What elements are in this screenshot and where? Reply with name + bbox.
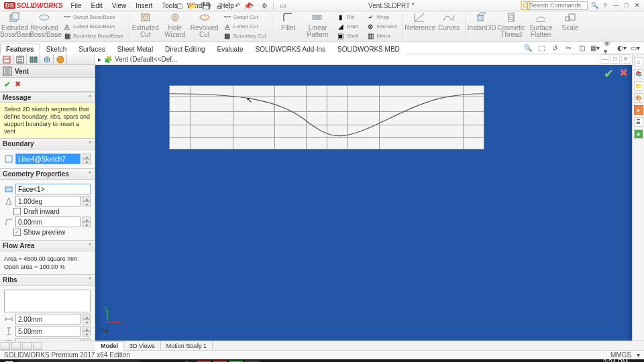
cmd-rib[interactable]: ▮Rib (335, 13, 360, 21)
zoom-fit-icon[interactable]: 🔍 (523, 43, 533, 52)
taskpane-custom-props-icon[interactable]: ≣ (634, 117, 643, 127)
ribs-selection-input[interactable] (4, 290, 91, 312)
confirm-corner-ok[interactable]: ✔ (604, 66, 614, 81)
task-view-icon[interactable]: ▭ (140, 359, 158, 362)
tab-sketch[interactable]: Sketch (40, 44, 73, 54)
tab-addins[interactable]: SOLIDWORKS Add-Ins (250, 44, 331, 54)
select-icon[interactable]: ▭ (278, 1, 287, 11)
help-icon[interactable]: ? (601, 1, 609, 9)
graphics-viewport[interactable]: ✔ ✖ ↖ x y *Top (95, 65, 632, 341)
radius-spinner[interactable]: ▴▾ (83, 217, 91, 227)
cmd-curves[interactable]: Curves (434, 11, 464, 32)
cmd-extruded-cut[interactable]: ExtrudedCut (131, 11, 160, 38)
pm-ok-button[interactable]: ✔ (4, 80, 11, 89)
flow-area-header[interactable]: Flow Area˄ (0, 240, 95, 251)
tab-features[interactable]: Features (0, 44, 40, 54)
ptab-feature-tree-icon[interactable] (0, 54, 13, 65)
cmd-surface-flatten[interactable]: SurfaceFlatten (526, 11, 555, 38)
ptab-display-mgr-icon[interactable] (54, 54, 67, 65)
cmd-hole-wizard[interactable]: HoleWizard (160, 11, 190, 38)
menu-insert[interactable]: Insert (131, 1, 156, 10)
boundary-spinner[interactable]: ▴▾ (83, 154, 91, 164)
tab-3d-views[interactable]: 3D Views (124, 341, 161, 351)
rib-width-spinner[interactable]: ▴▾ (83, 314, 91, 324)
face-selection-input[interactable]: Face<1> (15, 184, 91, 194)
taskpane-forum-icon[interactable]: ★ (634, 129, 643, 139)
pm-cancel-button[interactable]: ✖ (15, 80, 21, 89)
flyout-tree-bar[interactable]: ▸ 🧩 Vent (Default<<Def... (95, 54, 632, 65)
cmd-draft[interactable]: ◢Draft (335, 22, 360, 31)
cmd-scale[interactable]: Scale (555, 11, 585, 32)
cmd-swept-cut[interactable]: 〰Swept Cut (222, 13, 268, 21)
cmd-fillet[interactable]: Fillet (274, 11, 303, 32)
ptab-property-mgr-icon[interactable] (13, 54, 27, 65)
restore-icon[interactable]: □ (623, 1, 631, 9)
cmd-cosmetic-thread[interactable]: CosmeticThread (496, 11, 526, 38)
ptab-config-mgr-icon[interactable] (27, 54, 40, 65)
save-icon[interactable]: 💾 (201, 1, 211, 11)
draft-inward-checkbox[interactable] (13, 208, 21, 215)
cmd-extruded-boss[interactable]: ExtrudedBoss/Base (0, 11, 30, 38)
show-preview-checkbox[interactable]: ✓ (13, 229, 21, 236)
cmd-revolved-cut[interactable]: RevolvedCut (190, 11, 219, 38)
cmd-instant3d[interactable]: Instant3D (467, 11, 496, 32)
part-geometry[interactable] (169, 85, 484, 149)
rib-depth-input[interactable]: 5.00mm (15, 326, 80, 337)
tab-direct-editing[interactable]: Direct Editing (159, 44, 211, 54)
taskpane-appearances-icon[interactable]: ● (634, 105, 643, 115)
fillet-radius-input[interactable]: 0.00mm (15, 217, 80, 227)
taskbar-chrome-icon[interactable] (177, 359, 196, 362)
ptab-dimxpert-icon[interactable] (40, 54, 54, 65)
draft-spinner[interactable]: ▴▾ (83, 196, 91, 206)
cmd-lofted-cut[interactable]: ◬Lofted Cut (222, 22, 268, 31)
print-icon[interactable]: 🖨 (215, 1, 224, 11)
cmd-wrap[interactable]: ⤶Wrap (365, 13, 398, 21)
confirm-corner-cancel[interactable]: ✖ (619, 66, 628, 81)
hide-show-icon[interactable]: 👁▾ (604, 43, 613, 52)
cmd-boundary-cut[interactable]: ▦Boundary Cut (222, 32, 268, 40)
open-icon[interactable]: 📂 (188, 1, 197, 11)
section-view-icon[interactable]: ✂ (564, 43, 573, 52)
cmd-mirror[interactable]: ▥Mirror (365, 32, 398, 40)
minimize-icon[interactable]: — (612, 1, 620, 9)
taskbar-explorer-icon[interactable]: 📁 (158, 359, 177, 362)
message-header[interactable]: Message˄ (0, 92, 95, 103)
units-label[interactable]: MMGS (610, 351, 631, 359)
cmd-intersect[interactable]: ⊗Intersect (365, 22, 398, 31)
menu-file[interactable]: File (66, 1, 85, 10)
view-triad[interactable]: x y *Top (102, 307, 122, 328)
doc-restore-icon[interactable]: □ (610, 54, 620, 64)
tab-evaluate[interactable]: Evaluate (211, 44, 250, 54)
doc-close-icon[interactable]: ✕ (621, 54, 631, 64)
taskpane-resources-icon[interactable]: ⌂ (634, 57, 643, 66)
tab-motion-study[interactable]: Motion Study 1 (161, 341, 213, 351)
geometry-header[interactable]: Geometry Properties˄ (0, 168, 95, 180)
search-icon[interactable]: 🔍 (590, 1, 598, 9)
tab-model[interactable]: Model (95, 341, 124, 351)
cmd-boundary-boss[interactable]: ▦Boundary Boss/Base (62, 32, 125, 40)
display-style-icon[interactable]: ▦▾ (590, 43, 600, 52)
boundary-header[interactable]: Boundary˄ (0, 138, 95, 149)
rib-offset-spinner[interactable]: ▴▾ (83, 338, 91, 341)
taskpane-view-palette-icon[interactable]: 🎨 (634, 93, 643, 103)
close-icon[interactable]: ✕ (633, 1, 641, 9)
zoom-area-icon[interactable]: ⬚ (537, 43, 546, 52)
menu-edit[interactable]: Edit (87, 1, 107, 10)
rib-depth-spinner[interactable]: ▴▾ (83, 326, 91, 337)
view-orient-icon[interactable]: ◫ (577, 43, 586, 52)
cmd-swept-boss[interactable]: 〰Swept Boss/Base (62, 13, 125, 21)
cmd-revolved-boss[interactable]: RevolvedBoss/Base (30, 11, 59, 38)
draft-angle-input[interactable]: 1.00deg (15, 196, 80, 206)
doc-minimize-icon[interactable]: — (600, 54, 609, 64)
options-icon[interactable]: ⚙ (260, 1, 269, 11)
start-button[interactable] (0, 359, 19, 362)
status-chevron-icon[interactable]: ▾ (637, 351, 640, 359)
tab-sheet-metal[interactable]: Sheet Metal (111, 44, 159, 54)
cmd-linear-pattern[interactable]: LinearPattern (303, 11, 333, 38)
taskpane-file-explorer-icon[interactable]: 📁 (634, 81, 643, 90)
scene-icon[interactable]: ◐▾ (617, 43, 627, 52)
rebuild-icon[interactable]: ⟳ (246, 1, 256, 11)
ribs-header[interactable]: Ribs˄ (0, 274, 95, 286)
expand-tree-icon[interactable]: ▸ (98, 56, 101, 63)
search-commands-input[interactable] (527, 1, 588, 10)
